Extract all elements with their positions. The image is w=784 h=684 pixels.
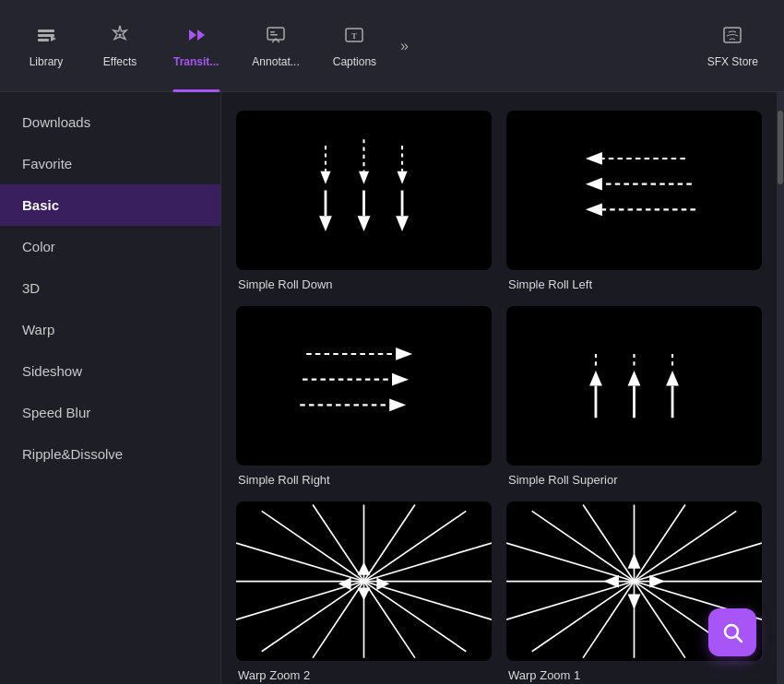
sidebar-item-speedblur[interactable]: Speed Blur (0, 392, 220, 433)
search-button[interactable] (708, 608, 756, 656)
svg-line-75 (635, 582, 685, 658)
svg-marker-17 (359, 171, 369, 184)
transition-card-warp-zoom-2[interactable]: Warp Zoom 2 (236, 501, 492, 682)
svg-marker-82 (628, 553, 641, 569)
svg-rect-9 (270, 34, 278, 36)
svg-line-71 (635, 543, 763, 582)
svg-line-70 (635, 512, 737, 582)
captions-icon: T (343, 24, 365, 50)
sidebar: Downloads Favorite Basic Color 3D Warp S… (0, 92, 221, 684)
svg-marker-28 (586, 178, 602, 191)
svg-marker-5 (189, 29, 196, 41)
svg-line-79 (506, 582, 635, 620)
svg-marker-18 (398, 171, 408, 184)
nav-sfx[interactable]: SFX Store (691, 9, 775, 83)
transition-label-simple-roll-down: Simple Roll Down (236, 277, 492, 291)
svg-line-78 (532, 582, 635, 652)
scrollbar-thumb[interactable] (778, 111, 783, 184)
svg-marker-38 (589, 371, 602, 386)
transition-label-warp-zoom-2: Warp Zoom 2 (236, 668, 492, 682)
svg-line-66 (532, 512, 635, 582)
sidebar-item-downloads[interactable]: Downloads (0, 101, 220, 143)
svg-line-69 (635, 505, 685, 582)
svg-rect-2 (38, 39, 49, 41)
effects-icon (109, 24, 131, 50)
svg-rect-1 (38, 34, 54, 37)
library-icon (35, 24, 57, 50)
svg-line-57 (313, 582, 363, 658)
transition-label-warp-zoom-1: Warp Zoom 1 (506, 668, 762, 682)
transitions-icon (185, 24, 208, 50)
nav-annotations[interactable]: Annotat... (235, 9, 315, 83)
transition-label-simple-roll-left: Simple Roll Left (506, 277, 762, 291)
svg-line-55 (364, 582, 415, 658)
sidebar-item-basic[interactable]: Basic (0, 184, 220, 226)
svg-line-77 (583, 582, 634, 658)
scrollbar-track[interactable] (777, 92, 784, 684)
svg-line-47 (313, 505, 363, 582)
transition-thumb-simple-roll-down (236, 111, 492, 270)
svg-text:T: T (351, 31, 357, 41)
sidebar-item-color[interactable]: Color (0, 226, 220, 267)
sfx-icon (721, 24, 743, 50)
transitions-content: Simple Roll Down Simple Roll Left (221, 92, 777, 684)
svg-marker-84 (603, 575, 619, 588)
nav-captions-label: Captions (333, 55, 376, 68)
transition-thumb-simple-roll-right (236, 306, 492, 466)
svg-marker-36 (389, 399, 406, 412)
svg-marker-62 (358, 562, 371, 575)
svg-line-51 (364, 543, 493, 582)
sidebar-item-warp[interactable]: Warp (0, 309, 220, 350)
svg-rect-8 (270, 31, 275, 33)
transition-thumb-warp-zoom-2 (236, 501, 492, 661)
sidebar-item-3d[interactable]: 3D (0, 267, 220, 309)
main-layout: Downloads Favorite Basic Color 3D Warp S… (0, 92, 784, 684)
svg-line-58 (262, 582, 364, 652)
sidebar-item-ripple[interactable]: Ripple&Dissolve (0, 433, 220, 475)
nav-sfx-label: SFX Store (707, 55, 758, 68)
nav-transitions-label: Transit... (173, 55, 219, 68)
nav-annotations-label: Annotat... (252, 55, 299, 68)
transition-card-simple-roll-left[interactable]: Simple Roll Left (506, 111, 762, 291)
transition-thumb-simple-roll-left (506, 111, 762, 270)
transitions-grid: Simple Roll Down Simple Roll Left (236, 111, 762, 684)
nav-transitions[interactable]: Transit... (157, 9, 235, 83)
sidebar-item-sideshow[interactable]: Sideshow (0, 350, 220, 392)
svg-marker-24 (396, 216, 409, 231)
nav-effects-label: Effects (103, 55, 137, 68)
transition-label-simple-roll-superior: Simple Roll Superior (506, 473, 762, 487)
svg-marker-22 (358, 216, 371, 231)
svg-line-61 (236, 543, 364, 582)
transition-thumb-simple-roll-superior (506, 306, 762, 466)
svg-marker-32 (396, 348, 412, 360)
svg-line-67 (583, 505, 634, 582)
svg-marker-83 (628, 595, 641, 610)
transition-card-simple-roll-right[interactable]: Simple Roll Right (236, 306, 492, 487)
transition-card-simple-roll-superior[interactable]: Simple Roll Superior (506, 306, 762, 487)
svg-line-49 (364, 505, 415, 582)
svg-marker-40 (628, 371, 641, 386)
svg-rect-0 (38, 29, 54, 32)
svg-line-50 (364, 512, 467, 582)
more-icon: » (400, 38, 409, 54)
svg-marker-20 (319, 216, 332, 231)
svg-line-46 (262, 512, 364, 582)
svg-marker-26 (586, 152, 602, 165)
svg-marker-63 (358, 588, 371, 601)
nav-captions[interactable]: T Captions (316, 9, 393, 83)
svg-line-54 (364, 582, 467, 652)
svg-line-81 (506, 543, 635, 582)
nav-library[interactable]: Library (9, 9, 83, 83)
nav-library-label: Library (30, 55, 64, 68)
nav-effects[interactable]: Effects (83, 9, 157, 83)
svg-marker-16 (320, 171, 330, 184)
nav-more[interactable]: » (393, 29, 416, 64)
svg-marker-6 (197, 29, 205, 41)
svg-line-153 (737, 637, 742, 643)
transition-card-simple-roll-down[interactable]: Simple Roll Down (236, 111, 492, 291)
svg-marker-30 (586, 203, 602, 216)
svg-point-4 (119, 33, 122, 36)
transition-label-simple-roll-right: Simple Roll Right (236, 473, 492, 487)
sidebar-item-favorite[interactable]: Favorite (0, 143, 220, 184)
svg-marker-34 (392, 373, 409, 386)
